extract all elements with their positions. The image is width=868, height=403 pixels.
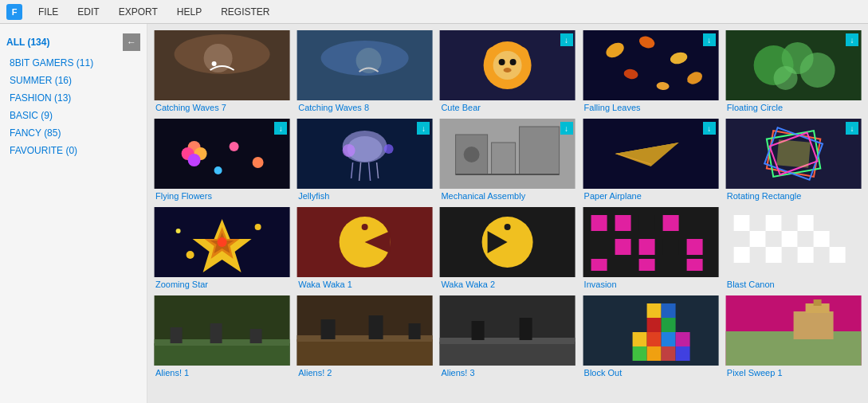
download-badge-mechanical[interactable]: ↓ [560, 122, 573, 135]
gallery-thumb-cutebear: ↓ [439, 30, 575, 100]
gallery-item-wakawaka1[interactable]: Waka Waka 1 [297, 207, 433, 289]
app-logo: F [6, 4, 22, 20]
svg-rect-60 [776, 139, 811, 167]
gallery-item-paperairplane[interactable]: ↓Paper Airplane [583, 119, 719, 201]
svg-rect-84 [638, 239, 654, 255]
gallery-item-mechanical[interactable]: ↓Mechanical Assembly [439, 119, 575, 201]
gallery-item-catching7[interactable]: Catching Waves 7 [154, 30, 290, 112]
gallery-label-blockout: Block Out [583, 368, 719, 378]
gallery-thumb-zoomingstar [154, 207, 290, 277]
svg-point-26 [773, 66, 797, 90]
gallery-item-aliens3[interactable]: Aliens! 3 [439, 295, 575, 378]
gallery-thumb-jellyfish: ↓ [297, 119, 433, 189]
menu-edit[interactable]: EDIT [74, 6, 102, 18]
gallery-label-pixelsweep: Pixel Sweep 1 [725, 368, 862, 378]
svg-rect-127 [661, 318, 675, 332]
gallery-thumb-catching7 [154, 30, 290, 100]
gallery-item-jellyfish[interactable]: ↓Jellyfish [297, 119, 433, 201]
gallery-item-floatingcircle[interactable]: ↓Floating Circle [725, 30, 862, 112]
svg-point-49 [464, 147, 480, 162]
svg-rect-104 [797, 247, 813, 263]
svg-point-67 [255, 224, 261, 230]
svg-rect-89 [686, 259, 702, 271]
svg-point-44 [384, 144, 394, 154]
svg-rect-110 [210, 323, 222, 343]
sidebar-item-5[interactable]: FANCY (85) [0, 124, 147, 142]
gallery-thumb-blastcanon [725, 207, 862, 277]
svg-rect-98 [765, 231, 781, 247]
back-button[interactable]: ← [123, 33, 140, 51]
svg-rect-113 [297, 339, 433, 366]
svg-rect-129 [646, 332, 661, 346]
download-badge-cutebear[interactable]: ↓ [560, 33, 573, 46]
gallery-label-rotatingrect: Rotating Rectangle [725, 191, 862, 201]
svg-rect-135 [675, 346, 689, 361]
gallery-item-wakawaka2[interactable]: Waka Waka 2 [439, 207, 575, 289]
svg-point-25 [799, 53, 835, 88]
menu-file[interactable]: FILE [35, 6, 61, 18]
svg-rect-109 [171, 327, 183, 343]
gallery-item-flyingflowers[interactable]: ↓Flying Flowers [154, 119, 290, 201]
svg-point-66 [187, 251, 194, 259]
sidebar-item-all[interactable]: ALL (134) [6, 33, 59, 51]
svg-rect-95 [797, 215, 813, 231]
download-badge-paperairplane[interactable]: ↓ [703, 122, 716, 135]
svg-point-34 [253, 157, 264, 168]
gallery-label-aliens2: Aliens! 2 [297, 368, 433, 378]
gallery-thumb-wakawaka2 [439, 207, 575, 277]
svg-rect-27 [155, 119, 290, 189]
gallery-thumb-floatingcircle: ↓ [725, 30, 862, 100]
svg-point-32 [188, 154, 201, 166]
svg-rect-121 [472, 321, 485, 340]
svg-rect-79 [615, 215, 630, 231]
menu-help[interactable]: HELP [174, 6, 205, 18]
gallery-label-wakawaka1: Waka Waka 1 [297, 280, 433, 289]
gallery-item-pixelsweep[interactable]: Pixel Sweep 1 [725, 295, 862, 378]
svg-rect-48 [520, 127, 560, 174]
gallery-label-catching7: Catching Waves 7 [154, 103, 290, 112]
svg-rect-96 [733, 231, 749, 247]
svg-point-6 [356, 48, 382, 73]
gallery-item-aliens1[interactable]: Aliens! 1 [154, 295, 290, 378]
download-badge-fallingleaves[interactable]: ↓ [703, 33, 716, 46]
gallery-item-blockout[interactable]: Block Out [583, 295, 719, 378]
gallery-thumb-aliens2 [297, 295, 433, 366]
gallery-item-rotatingrect[interactable]: ↓Rotating Rectangle [725, 119, 862, 201]
gallery-thumb-aliens1 [154, 295, 290, 366]
sidebar-item-4[interactable]: BASIC (9) [0, 107, 147, 124]
gallery-thumb-invasion [583, 207, 719, 277]
gallery-item-aliens2[interactable]: Aliens! 2 [297, 295, 433, 378]
download-badge-floatingcircle[interactable]: ↓ [846, 33, 858, 46]
gallery-thumb-aliens3 [439, 295, 575, 366]
gallery-item-zoomingstar[interactable]: Zooming Star [154, 207, 290, 289]
gallery-item-cutebear[interactable]: ↓Cute Bear [439, 30, 575, 112]
svg-rect-92 [749, 215, 765, 231]
svg-point-35 [214, 166, 222, 174]
sidebar-item-2[interactable]: SUMMER (16) [0, 72, 147, 89]
download-badge-rotatingrect[interactable]: ↓ [846, 122, 858, 135]
svg-rect-111 [250, 329, 262, 343]
gallery-label-zoomingstar: Zooming Star [154, 280, 290, 289]
gallery-label-aliens1: Aliens! 1 [154, 368, 290, 378]
svg-rect-134 [661, 346, 675, 361]
sidebar-item-6[interactable]: FAVOURITE (0) [0, 142, 147, 159]
gallery-item-invasion[interactable]: Invasion [583, 207, 719, 289]
svg-rect-130 [661, 332, 675, 346]
sidebar-item-1[interactable]: 8BIT GAMERS (11) [0, 54, 147, 72]
download-badge-flyingflowers[interactable]: ↓ [274, 122, 287, 135]
svg-rect-117 [409, 323, 421, 339]
menu-export[interactable]: EXPORT [116, 6, 161, 18]
gallery-label-flyingflowers: Flying Flowers [154, 191, 290, 201]
svg-rect-87 [591, 259, 607, 271]
gallery-item-fallingleaves[interactable]: ↓Falling Leaves [583, 30, 719, 112]
svg-rect-120 [440, 338, 575, 344]
gallery-label-aliens3: Aliens! 3 [439, 368, 575, 378]
gallery-item-catching8[interactable]: Catching Waves 8 [297, 30, 433, 112]
svg-point-76 [505, 224, 511, 230]
menu-register[interactable]: REGISTER [218, 6, 273, 18]
svg-rect-116 [369, 315, 383, 339]
download-badge-jellyfish[interactable]: ↓ [417, 122, 430, 135]
sidebar-item-3[interactable]: FASHION (13) [0, 89, 147, 107]
gallery-item-blastcanon[interactable]: Blast Canon [725, 207, 862, 289]
svg-rect-122 [520, 318, 532, 340]
